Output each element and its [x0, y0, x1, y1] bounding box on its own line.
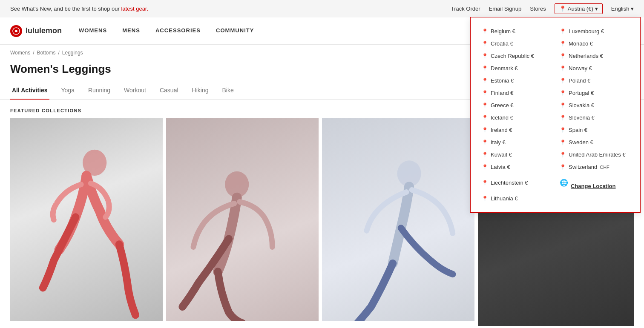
pin-icon: 📍	[482, 66, 488, 71]
top-bar: See What's New, and be the first to shop…	[0, 0, 644, 17]
country-ireland[interactable]: 📍Ireland €	[481, 125, 552, 135]
pin-icon: 📍	[482, 115, 488, 121]
latest-gear-link[interactable]: latest gear.	[121, 6, 148, 12]
country-greece[interactable]: 📍Greece €	[481, 100, 552, 111]
product-card-1[interactable]	[10, 118, 163, 321]
nav-accessories[interactable]: ACCESSORIES	[155, 18, 201, 44]
language-selector[interactable]: English ▾	[611, 6, 634, 12]
pin-icon: 📍	[560, 53, 566, 59]
pin-icon: 📍	[560, 140, 566, 145]
pin-icon: 📍	[560, 78, 566, 84]
tab-yoga[interactable]: Yoga	[60, 83, 76, 100]
country-estonia[interactable]: 📍Estonia €	[481, 75, 552, 86]
product-card-2[interactable]	[166, 118, 319, 321]
chevron-down-icon: ▾	[595, 6, 598, 12]
pin-icon: 📍	[560, 127, 566, 133]
pin-icon: 📍	[482, 140, 488, 145]
pin-icon: 📍	[482, 29, 488, 34]
logo[interactable]: lululemon	[10, 25, 62, 37]
country-monaco[interactable]: 📍Monaco €	[559, 38, 630, 49]
country-portugal[interactable]: 📍Portugal €	[559, 88, 630, 98]
tab-all-activities[interactable]: All Activities	[10, 83, 49, 100]
pin-icon: 📍	[560, 29, 566, 34]
pin-icon: 📍	[482, 78, 488, 84]
tab-running[interactable]: Running	[86, 83, 112, 100]
tab-hiking[interactable]: Hiking	[190, 83, 210, 100]
breadcrumb-bottoms[interactable]: Bottoms	[37, 50, 55, 56]
country-spain[interactable]: 📍Spain €	[559, 125, 630, 135]
country-list: 📍Belgium € 📍Luxembourg € 📍Croatia € 📍Mon…	[481, 26, 630, 204]
stores-link[interactable]: Stores	[530, 6, 546, 12]
country-poland[interactable]: 📍Poland €	[559, 75, 630, 86]
logo-text: lululemon	[26, 26, 62, 35]
country-kuwait[interactable]: 📍Kuwait €	[481, 149, 552, 160]
lang-chevron-icon: ▾	[631, 6, 634, 12]
tab-casual[interactable]: Casual	[158, 83, 180, 100]
country-lithuania[interactable]: 📍Lithuania €	[481, 193, 552, 204]
country-slovenia[interactable]: 📍Slovenia €	[559, 112, 630, 123]
pin-icon: 📍	[482, 164, 488, 170]
location-selector-button[interactable]: 📍 Austria (€) ▾	[555, 3, 603, 14]
pin-icon: 📍	[482, 180, 488, 186]
location-label: Austria (€)	[568, 6, 593, 12]
globe-icon: 🌐	[560, 179, 568, 187]
pin-icon: 📍	[560, 66, 566, 71]
country-italy[interactable]: 📍Italy €	[481, 137, 552, 148]
pin-icon: 📍	[560, 152, 566, 158]
country-liechtenstein[interactable]: 📍Liechtenstein €	[481, 174, 552, 191]
country-finland[interactable]: 📍Finland €	[481, 88, 552, 98]
country-latvia[interactable]: 📍Latvia €	[481, 162, 552, 172]
pin-icon: 📍	[482, 152, 488, 158]
nav-womens[interactable]: WOMENS	[79, 18, 107, 44]
country-sweden[interactable]: 📍Sweden €	[559, 137, 630, 148]
breadcrumb-leggings: Leggings	[62, 50, 83, 56]
pin-icon: 📍	[482, 53, 488, 59]
country-uae[interactable]: 📍United Arab Emirates €	[559, 149, 630, 160]
pin-icon: 📍	[482, 196, 488, 202]
track-order-link[interactable]: Track Order	[451, 6, 480, 12]
country-netherlands[interactable]: 📍Netherlands €	[559, 51, 630, 61]
country-czech[interactable]: 📍Czech Republic €	[481, 51, 552, 61]
location-dropdown: 📍Belgium € 📍Luxembourg € 📍Croatia € 📍Mon…	[470, 17, 641, 213]
pin-icon: 📍	[560, 115, 566, 121]
pin-icon: 📍	[559, 6, 566, 12]
pin-icon: 📍	[560, 41, 566, 47]
pin-icon: 📍	[560, 90, 566, 96]
nav-community[interactable]: COMMUNITY	[216, 18, 254, 44]
country-slovakia[interactable]: 📍Slovakia €	[559, 100, 630, 111]
main-nav: WOMENS MENS ACCESSORIES COMMUNITY	[79, 18, 254, 44]
email-signup-link[interactable]: Email Signup	[489, 6, 522, 12]
pin-icon: 📍	[482, 90, 488, 96]
pin-icon: 📍	[482, 41, 488, 47]
top-bar-right: Track Order Email Signup Stores 📍 Austri…	[451, 3, 634, 14]
country-denmark[interactable]: 📍Denmark €	[481, 63, 552, 74]
breadcrumb-womens[interactable]: Womens	[10, 50, 30, 56]
country-belgium[interactable]: 📍Belgium €	[481, 26, 552, 37]
pin-icon: 📍	[482, 127, 488, 133]
nav-mens[interactable]: MENS	[122, 18, 140, 44]
logo-icon	[10, 25, 22, 37]
pin-icon: 📍	[560, 164, 566, 170]
country-norway[interactable]: 📍Norway €	[559, 63, 630, 74]
tab-workout[interactable]: Workout	[122, 83, 148, 100]
breadcrumb-sep-2: /	[58, 50, 60, 56]
tab-bike[interactable]: Bike	[220, 83, 235, 100]
country-croatia[interactable]: 📍Croatia €	[481, 38, 552, 49]
product-card-3[interactable]	[322, 118, 474, 321]
country-switzerland[interactable]: 📍Switzerland CHF	[559, 162, 630, 172]
change-location-link[interactable]: Change Location	[571, 183, 615, 189]
country-iceland[interactable]: 📍Iceland €	[481, 112, 552, 123]
country-luxembourg[interactable]: 📍Luxembourg €	[559, 26, 630, 37]
pin-icon: 📍	[560, 103, 566, 108]
announcement: See What's New, and be the first to shop…	[10, 6, 148, 12]
pin-icon: 📍	[482, 103, 488, 108]
breadcrumb-sep-1: /	[33, 50, 34, 56]
